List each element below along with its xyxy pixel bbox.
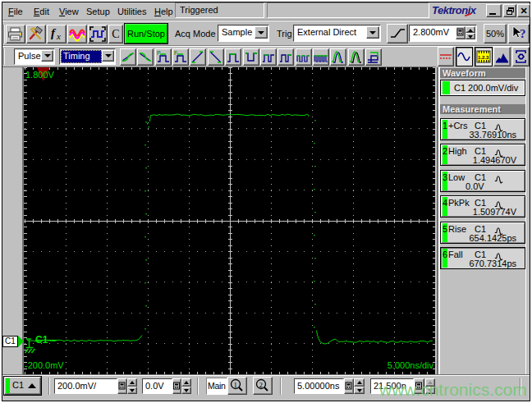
svg-text:2: 2 <box>259 381 264 389</box>
svg-text:F: F <box>174 50 177 56</box>
svg-text:?: ? <box>520 27 526 40</box>
svg-text:1.800V: 1.800V <box>25 70 55 80</box>
svg-text:1.2.3: 1.2.3 <box>478 55 489 60</box>
svg-text:P: P <box>157 50 161 56</box>
svg-text:5.000ns/div: 5.000ns/div <box>388 360 434 370</box>
svg-text:-200.0mV: -200.0mV <box>25 360 64 370</box>
svg-text:1: 1 <box>234 381 238 389</box>
